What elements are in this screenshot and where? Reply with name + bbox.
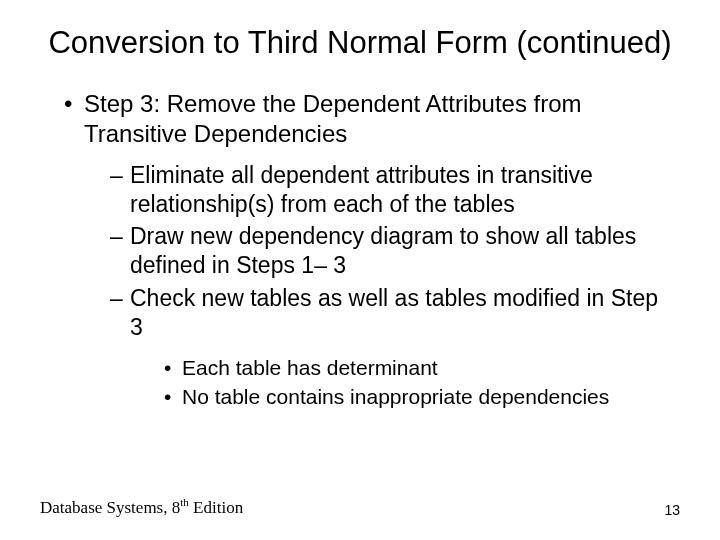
- bullet-level1: •Step 3: Remove the Dependent Attributes…: [64, 89, 680, 149]
- page-number: 13: [664, 502, 680, 518]
- bullet-text: Draw new dependency diagram to show all …: [130, 222, 670, 280]
- bullet-level2: –Eliminate all dependent attributes in t…: [110, 161, 680, 219]
- bullet-text: No table contains inappropriate dependen…: [182, 384, 672, 410]
- footer-book: Database Systems, 8th Edition: [40, 498, 243, 517]
- slide-title: Conversion to Third Normal Form (continu…: [40, 24, 680, 63]
- bullet-text: Step 3: Remove the Dependent Attributes …: [84, 89, 664, 149]
- bullet-text: Each table has determinant: [182, 355, 672, 381]
- book-sup: th: [180, 496, 189, 508]
- book-suffix: Edition: [189, 498, 243, 517]
- footer: Database Systems, 8th Edition 13: [40, 496, 680, 518]
- bullet-level2: –Draw new dependency diagram to show all…: [110, 222, 680, 280]
- bullet-dot: •: [164, 384, 182, 410]
- bullet-level3: •No table contains inappropriate depende…: [164, 384, 680, 410]
- bullet-dot: •: [64, 89, 84, 119]
- bullet-level2: –Check new tables as well as tables modi…: [110, 284, 680, 342]
- bullet-text: Eliminate all dependent attributes in tr…: [130, 161, 670, 219]
- bullet-dash: –: [110, 284, 130, 313]
- bullet-text: Check new tables as well as tables modif…: [130, 284, 670, 342]
- bullet-level3: •Each table has determinant: [164, 355, 680, 381]
- bullet-dot: •: [164, 355, 182, 381]
- book-prefix: Database Systems, 8: [40, 498, 180, 517]
- bullet-dash: –: [110, 161, 130, 190]
- bullet-dash: –: [110, 222, 130, 251]
